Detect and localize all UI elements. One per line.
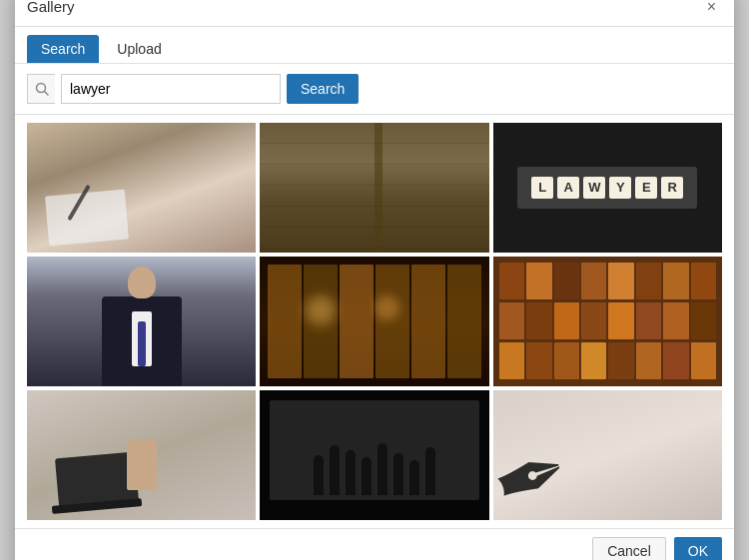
dialog-header: Gallery × (15, 0, 734, 27)
search-bar: Search (15, 64, 734, 115)
gallery-item[interactable] (260, 390, 488, 520)
svg-line-1 (44, 91, 48, 95)
gallery-item[interactable] (27, 390, 256, 520)
tab-search[interactable]: Search (27, 35, 99, 63)
search-button[interactable]: Search (287, 74, 359, 104)
close-button[interactable]: × (701, 0, 722, 18)
gallery-item[interactable]: ✒ (493, 390, 722, 520)
cancel-button[interactable]: Cancel (592, 537, 666, 561)
ok-button[interactable]: OK (674, 537, 722, 561)
gallery-item[interactable] (493, 257, 722, 386)
search-input[interactable] (61, 74, 281, 104)
pen-icon: ✒ (493, 415, 584, 520)
tab-upload[interactable]: Upload (103, 35, 175, 63)
gallery-item[interactable] (260, 123, 488, 253)
search-icon (27, 74, 55, 104)
gallery-item[interactable] (260, 257, 488, 386)
gallery-item[interactable] (27, 257, 256, 386)
dialog-tabs: Search Upload (15, 27, 734, 64)
gallery-item[interactable]: L A W Y E R (493, 123, 722, 253)
dialog-footer: Cancel OK (15, 528, 734, 561)
gallery-grid: L A W Y E R (15, 115, 734, 528)
gallery-item[interactable] (27, 123, 256, 253)
dialog-title: Gallery (27, 0, 75, 15)
gallery-dialog: Gallery × Search Upload Search (15, 0, 734, 560)
